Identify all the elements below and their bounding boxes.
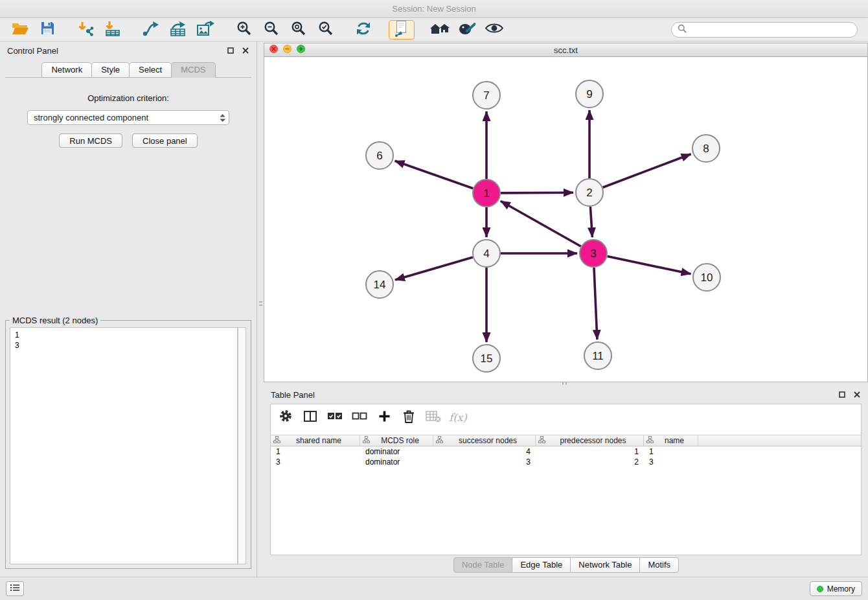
node-15[interactable]: 15: [473, 345, 500, 372]
svg-text:6: 6: [376, 150, 382, 162]
node-11[interactable]: 11: [584, 342, 611, 369]
save-session-button[interactable]: [34, 20, 60, 40]
memory-status-dot: [817, 586, 823, 592]
edge-2-8[interactable]: [603, 154, 691, 187]
edge-1-6[interactable]: [395, 161, 474, 188]
tab-style[interactable]: Style: [91, 62, 130, 78]
vertical-splitter-handle[interactable]: [258, 295, 263, 312]
edge-2-3[interactable]: [590, 207, 592, 237]
zoom-selected-button[interactable]: [312, 20, 338, 40]
node-14[interactable]: 14: [366, 271, 393, 298]
zoom-fit-button[interactable]: [285, 20, 311, 40]
svg-text:3: 3: [590, 248, 596, 260]
main-toolbar: [0, 18, 868, 41]
search-input[interactable]: [691, 25, 851, 34]
new-network-button[interactable]: [138, 20, 164, 40]
panel-menu-button[interactable]: [6, 581, 24, 596]
result-line: 3: [15, 340, 233, 351]
node-1[interactable]: 1: [473, 179, 500, 207]
svg-text:8: 8: [703, 143, 709, 155]
node-3[interactable]: 3: [580, 240, 607, 267]
table-settings-button[interactable]: [275, 409, 297, 426]
zoom-in-button[interactable]: [231, 20, 257, 40]
float-panel-icon[interactable]: [227, 47, 234, 54]
column-header-mcds-role[interactable]: MCDS role: [360, 435, 433, 446]
float-table-panel-icon[interactable]: [838, 391, 846, 398]
node-2[interactable]: 2: [576, 179, 603, 206]
table-rows: 1dominator4113dominator323: [271, 446, 861, 467]
node-6[interactable]: 6: [366, 142, 393, 169]
function-builder-button[interactable]: f(x): [447, 409, 469, 426]
open-session-button[interactable]: [7, 20, 33, 40]
style-button[interactable]: [454, 20, 480, 40]
tab-edge-table[interactable]: Edge Table: [512, 557, 571, 573]
delete-columns-button[interactable]: [398, 409, 420, 426]
export-image-button[interactable]: [192, 20, 218, 40]
tab-select[interactable]: Select: [129, 62, 172, 78]
home-view-button[interactable]: [427, 20, 453, 40]
tab-network[interactable]: Network: [41, 62, 92, 78]
tab-motifs[interactable]: Motifs: [639, 557, 679, 573]
tab-node-table[interactable]: Node Table: [453, 557, 513, 573]
result-scrollbar[interactable]: [238, 327, 246, 564]
optimization-criterion-label: Optimization criterion:: [0, 93, 257, 103]
select-all-columns-button[interactable]: [324, 409, 346, 426]
column-header-successor-nodes[interactable]: successor nodes: [433, 435, 536, 446]
edge-3-11[interactable]: [594, 268, 597, 340]
delete-table-button[interactable]: [422, 409, 444, 426]
criterion-dropdown[interactable]: strongly connected component: [27, 110, 229, 125]
column-header-shared-name[interactable]: shared name: [271, 435, 360, 446]
eye-icon: [485, 22, 504, 37]
control-panel-tabs: NetworkStyleSelectMCDS: [5, 60, 251, 78]
close-panel-icon[interactable]: [242, 47, 249, 54]
svg-text:1: 1: [483, 187, 489, 200]
tab-mcds[interactable]: MCDS: [171, 62, 215, 78]
edge-4-14[interactable]: [395, 257, 473, 280]
network-from-table-button[interactable]: [165, 20, 191, 40]
refresh-network-button[interactable]: [350, 20, 376, 40]
show-columns-button[interactable]: [299, 409, 321, 426]
column-header-name[interactable]: name: [644, 435, 698, 446]
import-network-button[interactable]: [73, 20, 98, 40]
control-panel-title: Control Panel: [7, 46, 58, 56]
network-from-table-icon: [170, 21, 187, 39]
cell-predecessor-nodes: 1: [536, 446, 644, 457]
zoom-out-button[interactable]: [258, 20, 284, 40]
edge-3-1[interactable]: [501, 201, 581, 246]
svg-text:2: 2: [586, 187, 592, 199]
node-8[interactable]: 8: [692, 135, 720, 162]
delete-table-icon: [426, 410, 441, 425]
close-table-panel-icon[interactable]: [853, 391, 861, 398]
trash-icon: [403, 410, 415, 426]
node-9[interactable]: 9: [576, 80, 603, 108]
node-10[interactable]: 10: [693, 264, 720, 291]
tree-icon: [273, 436, 280, 445]
memory-button[interactable]: Memory: [810, 581, 862, 596]
cell-name: 3: [644, 457, 698, 467]
edge-1-2[interactable]: [501, 192, 573, 193]
table-row[interactable]: 1dominator411: [271, 446, 861, 457]
close-panel-button[interactable]: Close panel: [132, 133, 198, 148]
network-graph[interactable]: 7968124314101511: [264, 57, 867, 382]
node-4[interactable]: 4: [473, 240, 500, 267]
zoom-in-icon: [236, 21, 251, 38]
search-box[interactable]: [671, 22, 858, 38]
memory-button-label: Memory: [827, 584, 855, 594]
create-column-button[interactable]: [373, 409, 395, 426]
control-panel-header: Control Panel: [0, 41, 257, 60]
table-row[interactable]: 3dominator323: [271, 457, 861, 467]
refresh-icon: [356, 21, 371, 39]
show-hide-button[interactable]: [481, 20, 507, 40]
status-bar: Memory: [0, 577, 868, 600]
import-table-button[interactable]: [100, 20, 126, 40]
svg-text:7: 7: [483, 89, 489, 102]
edge-3-10[interactable]: [608, 257, 691, 274]
tree-icon: [646, 436, 654, 445]
unselect-all-columns-button[interactable]: [348, 409, 371, 426]
open-panel-button[interactable]: [389, 20, 415, 40]
zoom-selected-icon: [318, 21, 333, 38]
column-header-predecessor-nodes[interactable]: predecessor nodes: [536, 435, 644, 446]
tab-network-table[interactable]: Network Table: [570, 557, 640, 573]
node-7[interactable]: 7: [473, 82, 500, 109]
run-mcds-button[interactable]: Run MCDS: [59, 133, 122, 148]
